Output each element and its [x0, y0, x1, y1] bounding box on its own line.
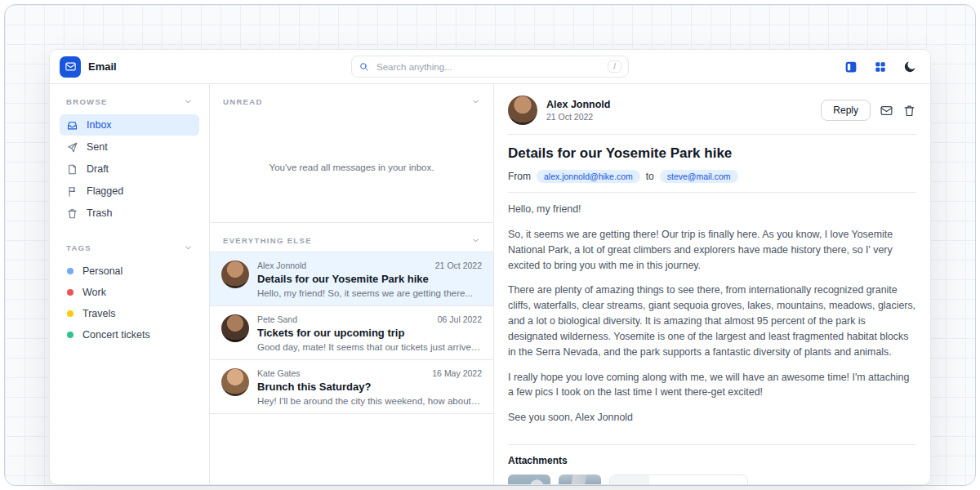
email-subject: Brunch this Saturday? [257, 381, 482, 393]
app-body: BROWSE Inbox Sent [50, 84, 930, 484]
sidebar-item-draft[interactable]: Draft [60, 158, 199, 180]
header-actions [840, 56, 920, 78]
search-shortcut-badge: / [608, 60, 621, 73]
layout-toggle-button[interactable] [840, 56, 862, 78]
sidebar-item-label: Inbox [87, 119, 112, 131]
reply-button[interactable]: Reply [821, 100, 871, 121]
avatar [508, 96, 537, 125]
email-app-window: Email / [49, 49, 931, 485]
sidebar-item-flagged[interactable]: Flagged [60, 180, 199, 202]
trash-icon [902, 104, 916, 118]
unread-empty-message: You've read all messages in your inbox. [210, 113, 493, 222]
browse-label: BROWSE [66, 97, 108, 106]
tag-color-dot [67, 268, 74, 274]
tags-section: TAGS Personal Work Travels [60, 243, 199, 345]
message-actions: Reply [821, 100, 916, 121]
send-icon [66, 141, 78, 154]
chevron-down-icon[interactable] [471, 97, 480, 106]
trash-icon [66, 207, 78, 220]
delete-message-button[interactable] [902, 104, 916, 118]
to-email-badge[interactable]: steve@mail.com [660, 170, 738, 183]
everything-else-section-header: EVERYTHING ELSE [210, 223, 493, 252]
message-subject: Details for our Yosemite Park hike [508, 145, 916, 162]
message-sender-block: Alex Jonnold 21 Oct 2022 [546, 99, 610, 122]
mark-unread-button[interactable] [880, 104, 893, 118]
attachments-label: Attachments [508, 455, 916, 466]
sender-name: Pete Sand [257, 314, 297, 324]
sidebar: BROWSE Inbox Sent [50, 84, 210, 484]
tag-color-dot [67, 310, 74, 317]
email-item-content: Kate Gates 16 May 2022 Brunch this Satur… [257, 368, 482, 406]
app-header: Email / [50, 50, 930, 84]
email-subject: Details for our Yosemite Park hike [257, 273, 482, 285]
inbox-icon [66, 119, 78, 131]
tag-item-personal[interactable]: Personal [60, 261, 199, 282]
tag-item-travels[interactable]: Travels [60, 303, 199, 324]
email-list: Alex Jonnold 21 Oct 2022 Details for our… [210, 252, 493, 414]
email-preview: Good day, mate! It seems that our ticket… [257, 342, 482, 352]
chevron-down-icon[interactable] [471, 236, 480, 245]
unread-section-header: UNREAD [210, 84, 493, 113]
avatar [221, 314, 249, 342]
browse-section-header: BROWSE [60, 97, 199, 106]
tags-section-header: TAGS [60, 243, 199, 252]
app-title: Email [88, 60, 117, 73]
divider [508, 444, 916, 445]
email-date: 21 Oct 2022 [435, 261, 482, 270]
dark-mode-toggle[interactable] [899, 56, 920, 78]
divider [508, 134, 916, 135]
from-label: From [508, 171, 531, 182]
sidebar-item-sent[interactable]: Sent [60, 136, 199, 158]
attachments-row: videos-hike.zip 100 MB [508, 474, 916, 484]
email-list-item[interactable]: Alex Jonnold 21 Oct 2022 Details for our… [210, 252, 493, 305]
message-paragraph: Hello, my friend! [508, 202, 916, 217]
tag-color-dot [67, 332, 74, 338]
sidebar-item-label: Sent [87, 141, 108, 153]
search-input[interactable] [375, 61, 602, 73]
email-subject: Tickets for our upcoming trip [257, 327, 482, 339]
tag-item-concert-tickets[interactable]: Concert tickets [60, 324, 199, 345]
everything-else-label: EVERYTHING ELSE [223, 236, 312, 245]
email-logo-icon [60, 56, 81, 78]
attachment-photo-2[interactable] [559, 474, 601, 484]
sender-name: Kate Gates [257, 368, 301, 378]
sender-name: Alex Jonnold [257, 261, 306, 270]
file-meta: videos-hike.zip 100 MB [649, 475, 729, 484]
email-list-item[interactable]: Kate Gates 16 May 2022 Brunch this Satur… [210, 359, 493, 414]
tag-label: Travels [82, 308, 116, 319]
email-date: 06 Jul 2022 [438, 314, 482, 324]
sidebar-item-label: Flagged [87, 185, 123, 197]
chevron-down-icon[interactable] [184, 97, 193, 106]
tag-label: Concert tickets [82, 329, 150, 341]
tag-item-work[interactable]: Work [60, 282, 199, 303]
attachment-file-card[interactable]: videos-hike.zip 100 MB [609, 474, 748, 484]
reading-pane: Alex Jonnold 21 Oct 2022 Reply [494, 84, 930, 484]
file-icon-box [610, 475, 649, 484]
message-sender-name: Alex Jonnold [546, 99, 610, 110]
message-header: Alex Jonnold 21 Oct 2022 Reply [508, 96, 916, 125]
avatar [221, 261, 249, 288]
message-paragraph: I really hope you love coming along with… [508, 370, 916, 401]
tag-label: Personal [82, 265, 122, 277]
tag-label: Work [82, 287, 106, 298]
from-to-row: From alex.jonnold@hike.com to steve@mail… [508, 170, 916, 183]
email-list-item[interactable]: Pete Sand 06 Jul 2022 Tickets for our up… [210, 305, 493, 359]
brand: Email [60, 56, 117, 78]
from-email-badge[interactable]: alex.jonnold@hike.com [537, 170, 640, 183]
attachment-photo-1[interactable] [508, 474, 550, 484]
sidebar-item-inbox[interactable]: Inbox [60, 114, 199, 136]
unread-label: UNREAD [223, 97, 263, 106]
email-item-content: Alex Jonnold 21 Oct 2022 Details for our… [257, 261, 482, 298]
search-icon [359, 61, 369, 72]
chevron-down-icon[interactable] [184, 243, 193, 252]
email-item-content: Pete Sand 06 Jul 2022 Tickets for our up… [257, 314, 482, 352]
avatar [221, 368, 249, 396]
apps-grid-button[interactable] [870, 56, 891, 78]
envelope-icon [880, 104, 893, 118]
message-body: Hello, my friend! So, it seems we are ge… [508, 202, 916, 435]
sidebar-item-trash[interactable]: Trash [60, 203, 199, 224]
message-date: 21 Oct 2022 [546, 112, 610, 122]
email-date: 16 May 2022 [432, 368, 482, 378]
to-label: to [646, 171, 654, 182]
search-bar: / [351, 56, 629, 78]
